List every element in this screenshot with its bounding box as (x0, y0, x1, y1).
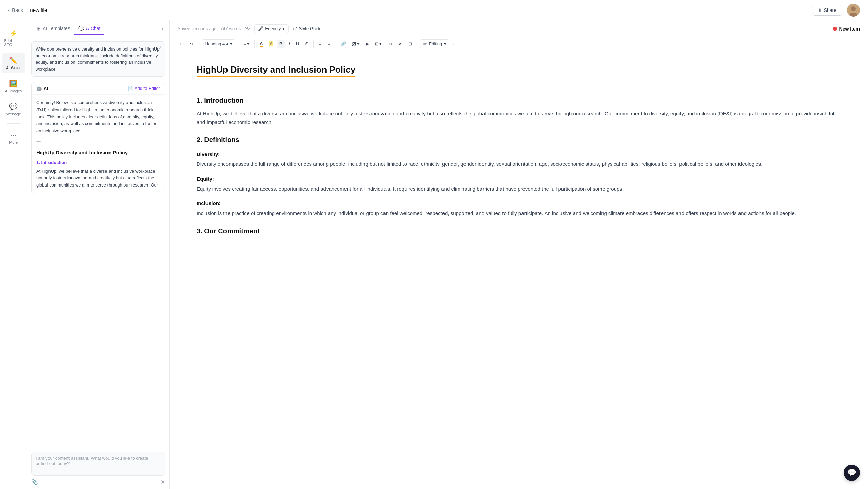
text-color-button[interactable]: A (257, 39, 265, 48)
message-icon: 💬 (9, 102, 18, 111)
share-icon: ⬆ (818, 7, 822, 13)
new-item-label: New Item (839, 26, 860, 32)
ai-writer-icon: ✏️ (9, 56, 18, 64)
formatting-bar: ↩ ↪ Heading 4 ▴ ▾ ≡ ▾ A A (170, 37, 868, 51)
sidebar-label-ai-images: AI Images (5, 89, 22, 93)
tone-label: Friendly (265, 26, 281, 31)
style-guide-icon: 🛡 (293, 26, 297, 31)
fmt-sep-3 (254, 40, 255, 48)
pencil-icon: ✏ (423, 41, 427, 46)
share-button[interactable]: ⬆ Share (812, 5, 842, 16)
redo-icon: ↪ (190, 41, 194, 46)
more-options-button[interactable]: ··· (451, 40, 459, 48)
document-title: HighUp Diversity and Inclusion Policy (197, 64, 355, 77)
aichat-label: AIChat (86, 26, 101, 31)
editor-content[interactable]: HighUp Diversity and Inclusion Policy 1.… (170, 51, 868, 489)
clear-format-button[interactable]: ✕ (396, 40, 405, 48)
italic-icon: I (289, 41, 290, 46)
editing-mode-selector[interactable]: ✏ Editing ▾ (420, 39, 449, 48)
fmt-sep-6 (417, 40, 417, 48)
back-label: Back (12, 7, 23, 13)
ai-sender-label: 🤖 AI (36, 86, 48, 91)
strikethrough-button[interactable]: S (303, 40, 311, 48)
section-heading-commitment: 3. Our Commitment (197, 227, 841, 235)
panel: ⊞ AI Templates 💬 AIChat ‹ Write comprehe… (27, 20, 170, 489)
sidebar-label-message: Message (6, 112, 21, 116)
highlight-button[interactable]: A (267, 40, 276, 48)
save-status: Saved seconds ago (178, 26, 216, 31)
new-item-dot (833, 27, 837, 31)
undo-button[interactable]: ↩ (178, 40, 186, 48)
main-layout: ⚡ Brief + SEO ✏️ AI Writer 🖼️ AI Images … (0, 20, 868, 489)
align-icon: ≡ (243, 41, 246, 46)
new-item-button[interactable]: New Item (833, 26, 860, 32)
attach-button[interactable]: 📎 (31, 478, 38, 485)
play-icon: ▶ (366, 41, 369, 46)
link-icon: 🔗 (340, 41, 346, 46)
table2-button[interactable]: ⊡ (406, 40, 414, 48)
chat-input-box[interactable]: I am your content assistant. What would … (31, 452, 165, 476)
heading-selector[interactable]: Heading 4 ▴ ▾ (202, 39, 235, 48)
fmt-sep-4 (313, 40, 314, 48)
sidebar-item-ai-writer[interactable]: ✏️ AI Writer (2, 53, 25, 73)
tab-aichat[interactable]: 💬 AIChat (74, 23, 105, 35)
highlight-icon: A (269, 41, 273, 46)
ai-section1-text: At HighUp, we believe that a diverse and… (36, 168, 160, 189)
section-heading-intro: 1. Introduction (197, 97, 841, 104)
underline-icon: U (296, 41, 299, 46)
emoji-button[interactable]: ☺ (386, 40, 395, 48)
panel-collapse-button[interactable]: ‹ (162, 25, 164, 32)
sidebar-label-ai-writer: AI Writer (6, 66, 21, 70)
sidebar-item-brief-seo[interactable]: ⚡ Brief + SEO (2, 26, 25, 50)
fmt-sep-2 (238, 40, 238, 48)
def-term-diversity: Diversity: (197, 151, 841, 157)
sidebar-label-more: More (9, 140, 18, 144)
share-label: Share (824, 7, 836, 13)
tab-ai-templates[interactable]: ⊞ AI Templates (33, 23, 74, 35)
play-button[interactable]: ▶ (363, 40, 371, 48)
ai-response-text: Certainly! Below is a comprehensive dive… (36, 99, 160, 135)
align-button[interactable]: ≡ ▾ (241, 40, 252, 48)
back-button[interactable]: ‹ Back (8, 7, 23, 13)
prompt-expand-icon[interactable]: ⤢ (158, 44, 162, 51)
fmt-sep-5 (335, 40, 335, 48)
editing-chevron-icon: ▾ (444, 41, 446, 46)
sidebar-item-more[interactable]: ··· More (2, 128, 25, 148)
table-button[interactable]: ⊞ ▾ (373, 40, 384, 48)
tone-selector[interactable]: 🎤 Friendly ▾ (254, 24, 289, 33)
ai-response-header: 🤖 AI 📄 Add to Editor (32, 82, 165, 95)
add-to-editor-button[interactable]: 📄 Add to Editor (127, 86, 160, 91)
text-color-icon: A (260, 41, 263, 47)
style-guide-button[interactable]: 🛡 Style Guide (293, 26, 321, 31)
tone-chevron-icon: ▾ (282, 26, 285, 31)
image-button[interactable]: 🖼 ▾ (350, 40, 362, 48)
underline-button[interactable]: U (294, 40, 301, 48)
italic-button[interactable]: I (286, 40, 292, 48)
table2-icon: ⊡ (408, 41, 412, 46)
bold-icon: B (279, 41, 282, 46)
style-guide-label: Style Guide (299, 26, 321, 31)
avatar[interactable] (847, 4, 860, 17)
ai-section1-title: 1. Introduction (36, 159, 160, 167)
bold-button[interactable]: B (277, 40, 285, 48)
chat-placeholder: I am your content assistant. What would … (36, 456, 148, 466)
link-button[interactable]: 🔗 (338, 40, 348, 48)
def-term-inclusion: Inclusion: (197, 200, 841, 206)
ordered-list-button[interactable]: ≡ (325, 40, 333, 48)
bullet-list-icon: ≡ (319, 41, 321, 46)
send-button[interactable]: ➤ (161, 478, 165, 485)
redo-button[interactable]: ↪ (188, 40, 196, 48)
image-icon: 🖼 (352, 41, 356, 46)
clear-format-icon: ✕ (398, 41, 402, 46)
bullet-list-button[interactable]: ≡ (316, 40, 324, 48)
visibility-icon[interactable]: 👁 (245, 26, 250, 32)
back-chevron-icon: ‹ (8, 7, 10, 13)
chat-fab-button[interactable]: 💬 (844, 465, 860, 481)
table-icon: ⊞ (375, 41, 379, 46)
panel-tabs: ⊞ AI Templates 💬 AIChat ‹ (27, 20, 169, 37)
sidebar-item-message[interactable]: 💬 Message (2, 99, 25, 119)
more-options-icon: ··· (453, 41, 457, 46)
panel-content: Write comprehensive diversity and inclus… (27, 37, 169, 448)
heading-chevron-down-icon: ▾ (230, 41, 232, 46)
sidebar-item-ai-images[interactable]: 🖼️ AI Images (2, 76, 25, 96)
